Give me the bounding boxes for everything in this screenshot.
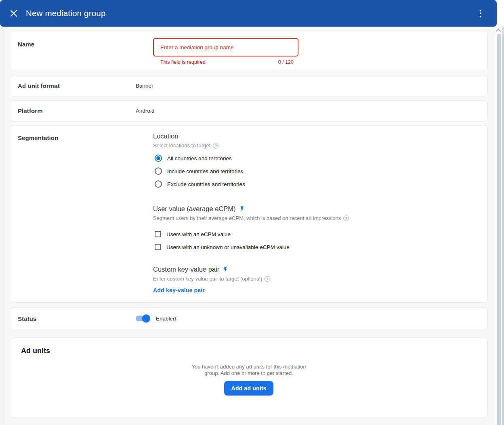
- ad-unit-format-card: Ad unit format Banner: [10, 75, 488, 96]
- user-value-subheading: Segment users by their average eCPM, whi…: [153, 215, 341, 221]
- add-key-value-pair-link[interactable]: Add key-value pair: [153, 287, 205, 293]
- add-ad-units-button[interactable]: Add ad units: [224, 381, 273, 396]
- page-title: New mediation group: [26, 8, 106, 18]
- platform-label: Platform: [10, 107, 136, 114]
- location-help-icon[interactable]: ?: [213, 143, 218, 149]
- status-value: Enabled: [156, 316, 176, 322]
- location-radio-0[interactable]: [155, 155, 162, 162]
- overflow-menu-icon[interactable]: [473, 6, 488, 21]
- name-char-counter: 0 / 120: [278, 59, 294, 65]
- radio-option-exclude-countries[interactable]: Exclude countries and territories: [153, 178, 452, 191]
- segmentation-card: Segmentation Location Select locations t…: [10, 125, 488, 303]
- name-input[interactable]: [153, 38, 298, 57]
- close-icon[interactable]: [6, 5, 22, 21]
- bolt-icon: [223, 266, 229, 272]
- ad-unit-format-value: Banner: [136, 83, 153, 89]
- ecpm-checkbox-0[interactable]: [155, 231, 161, 237]
- scrollbar-thumb[interactable]: [497, 34, 501, 425]
- ad-unit-format-label: Ad unit format: [10, 82, 136, 89]
- user-value-help-icon[interactable]: ?: [343, 216, 349, 221]
- name-label: Name: [18, 41, 34, 48]
- checkbox-option-unknown-ecpm[interactable]: Users with an unknown or unavailable eCP…: [153, 241, 452, 253]
- checkbox-option-ecpm-value[interactable]: Users with an eCPM value: [153, 228, 452, 241]
- left-gutter: [0, 27, 4, 425]
- status-card: Status Enabled: [10, 308, 488, 329]
- ad-units-empty-text-line1: You haven't added any ad units for this …: [191, 364, 306, 370]
- custom-pair-subheading: Enter custom key-value pair to target (o…: [153, 276, 262, 282]
- ad-units-heading: Ad units: [21, 347, 50, 355]
- segmentation-label: Segmentation: [18, 134, 58, 141]
- platform-value: Android: [136, 108, 155, 114]
- location-heading: Location: [153, 132, 452, 140]
- platform-card: Platform Android: [10, 100, 488, 121]
- custom-pair-help-icon[interactable]: ?: [265, 276, 270, 282]
- user-value-heading: User value (average eCPM): [153, 205, 236, 213]
- radio-option-include-countries[interactable]: Include countries and territories: [153, 165, 452, 178]
- status-toggle[interactable]: [136, 314, 150, 322]
- location-subheading: Select locations to target: [153, 142, 210, 149]
- ecpm-checkbox-1[interactable]: [155, 244, 161, 250]
- scrollbar-edge: [502, 27, 504, 425]
- custom-pair-heading: Custom key-value pair: [153, 266, 219, 273]
- location-radio-2[interactable]: [155, 180, 162, 188]
- radio-option-all-countries[interactable]: All countries and territories: [153, 152, 452, 165]
- header-corner: [497, 0, 504, 27]
- name-card: Name This field is required 0 / 120: [10, 31, 488, 71]
- ad-units-empty-text-line2: group. Add one or more to get started.: [204, 370, 293, 377]
- dialog-header: New mediation group: [0, 0, 497, 27]
- bolt-icon: [239, 206, 245, 212]
- name-error-text: This field is required: [160, 59, 206, 65]
- status-label: Status: [10, 315, 136, 322]
- ad-units-card: Ad units You haven't added any ad units …: [10, 337, 488, 417]
- location-radio-1[interactable]: [155, 167, 162, 175]
- scroll-up-icon[interactable]: [496, 28, 501, 33]
